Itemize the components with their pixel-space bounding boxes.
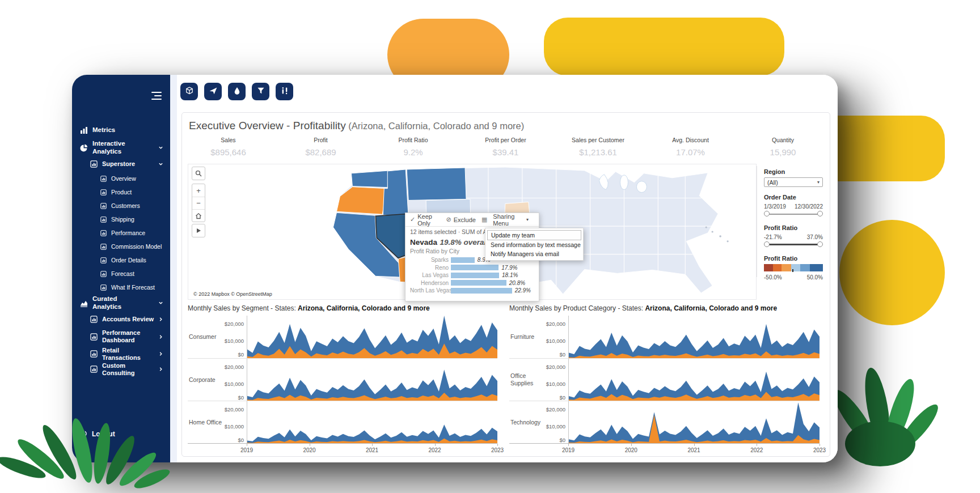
sidebar-item-shipping[interactable]: Shipping bbox=[72, 212, 170, 226]
exclude-button[interactable]: ⊘ Exclude bbox=[446, 216, 476, 223]
tooltip-bar-henderson[interactable]: Henderson20.8% bbox=[410, 279, 534, 287]
map-search-button[interactable] bbox=[192, 167, 205, 180]
chart-row-technology: Technology$20,000$10,000$0 bbox=[509, 401, 820, 443]
plot-area[interactable] bbox=[568, 316, 820, 358]
tooltip-bar-reno[interactable]: Reno17.9% bbox=[410, 264, 534, 272]
context-menu-item-notify-managers-via-email[interactable]: Notify Managers via email bbox=[487, 249, 581, 258]
tooltip-bar-las-vegas[interactable]: Las Vegas18.1% bbox=[410, 271, 534, 279]
pan-arrow-icon[interactable] bbox=[192, 224, 205, 237]
kpi-sales: Sales$895,646 bbox=[182, 137, 274, 157]
sidebar-item-forecast[interactable]: Forecast bbox=[72, 267, 170, 280]
plot-area[interactable] bbox=[568, 359, 820, 401]
row-label: Home Office bbox=[188, 401, 224, 443]
y-tick-label: $20,000 bbox=[225, 406, 244, 413]
y-tick-label: $0 bbox=[238, 394, 244, 401]
order-date-slider[interactable] bbox=[764, 211, 823, 218]
toolbar-button-cube[interactable] bbox=[180, 83, 198, 100]
y-axis-ticks: $20,000$10,000$0 bbox=[546, 316, 568, 358]
context-menu-item-update-my-team[interactable]: Update my team bbox=[487, 230, 581, 240]
sidebar-item-label: Performance Dashboard bbox=[102, 329, 157, 343]
chart-title-prefix: Monthly Sales by Product Category - Stat… bbox=[509, 304, 645, 312]
toolbar-button-send[interactable] bbox=[204, 83, 222, 100]
cube-icon bbox=[185, 86, 194, 97]
chevron-down-icon bbox=[158, 300, 163, 305]
slider-handle-left[interactable] bbox=[764, 241, 770, 247]
area-series-sales[interactable] bbox=[569, 372, 820, 401]
sidebar-item-accounts-review[interactable]: Accounts Review bbox=[72, 312, 170, 327]
toolbar-button-filter[interactable] bbox=[252, 83, 269, 100]
columns-icon bbox=[280, 86, 289, 97]
main-content: Executive Overview - Profitability (Ariz… bbox=[170, 75, 838, 462]
sharing-context-menu: Update my teamSend information by text m… bbox=[485, 228, 584, 261]
chevron-down-icon bbox=[158, 162, 163, 167]
sidebar-item-interactive-analytics[interactable]: Interactive Analytics bbox=[72, 139, 170, 156]
kpi-value: 15,990 bbox=[737, 147, 829, 157]
zoom-out-button[interactable]: − bbox=[192, 197, 205, 209]
context-menu-item-send-information-by-text-message[interactable]: Send information by text message bbox=[487, 240, 581, 249]
area-series-sales[interactable] bbox=[247, 369, 497, 401]
kpi-quantity: Quantity15,990 bbox=[737, 137, 829, 157]
region-select[interactable]: (All) ▾ bbox=[764, 177, 823, 187]
hamburger-menu-icon[interactable] bbox=[151, 92, 162, 100]
keep-only-button[interactable]: ✓ Keep Only bbox=[410, 213, 441, 227]
profit-ratio-min: -21.7% bbox=[764, 234, 782, 240]
sidebar-item-commission-model[interactable]: Commission Model bbox=[72, 240, 170, 253]
zoom-in-button[interactable]: + bbox=[192, 184, 205, 197]
search-icon[interactable] bbox=[192, 167, 205, 180]
x-axis-tick bbox=[372, 444, 373, 446]
sidebar-item-order-details[interactable]: Order Details bbox=[72, 253, 170, 267]
slider-handle-left[interactable] bbox=[764, 211, 770, 216]
zoom-home-button[interactable] bbox=[192, 209, 205, 222]
plot-area[interactable] bbox=[247, 316, 497, 358]
map-pan-control[interactable] bbox=[192, 224, 205, 237]
map-attribution: © 2022 Mapbox © OpenStreetMap bbox=[192, 291, 274, 297]
plot-area[interactable] bbox=[568, 401, 820, 443]
bar-city-label: Reno bbox=[410, 265, 451, 271]
sidebar-item-performance-dashboard[interactable]: Performance Dashboard bbox=[72, 327, 170, 346]
slider-handle-right[interactable] bbox=[817, 241, 823, 247]
toolbar-button-droplet[interactable] bbox=[228, 83, 246, 100]
boxchart-chart-icon bbox=[90, 316, 98, 323]
sharing-menu-button[interactable]: Sharing Menu ▾ bbox=[493, 213, 529, 227]
sidebar-item-customers[interactable]: Customers bbox=[72, 199, 170, 212]
plot-area[interactable] bbox=[247, 401, 497, 443]
chart-title-states: Arizona, California, Colorado and 9 more bbox=[645, 304, 777, 312]
profit-ratio-slider[interactable] bbox=[764, 241, 823, 248]
sidebar-item-what-if-forecast[interactable]: What If Forecast bbox=[72, 280, 170, 294]
map-panel[interactable]: + − © 2022 Mapbox © OpenStreetMap bbox=[188, 164, 757, 300]
sidebar-item-label: Accounts Review bbox=[102, 316, 154, 323]
sidebar-item-retail-transactions[interactable]: Retail Transactions bbox=[72, 346, 170, 362]
y-tick-label: $10,000 bbox=[546, 423, 565, 430]
sidebar-item-label: Customers bbox=[111, 202, 140, 209]
sidebar-item-custom-consulting[interactable]: Custom Consulting bbox=[72, 362, 170, 377]
boxchart-chart-icon bbox=[90, 366, 98, 373]
sidebar-item-overview[interactable]: Overview bbox=[72, 172, 170, 185]
decor-yellow-circle bbox=[839, 220, 945, 325]
area-series-sales[interactable] bbox=[569, 324, 820, 358]
kpi-sales-per-customer: Sales per Customer$1,213.61 bbox=[552, 137, 644, 157]
bar-city-label: North Las Vegas bbox=[410, 287, 451, 294]
x-axis-label: 2021 bbox=[366, 447, 378, 453]
legend-min: -50.0% bbox=[764, 274, 782, 280]
bar bbox=[451, 280, 506, 286]
sidebar-item-label: Performance bbox=[111, 230, 145, 236]
sidebar-item-curated-analytics[interactable]: Curated Analytics bbox=[72, 294, 170, 312]
bar-value-label: 20.8% bbox=[509, 280, 525, 286]
bar bbox=[451, 257, 475, 263]
state-washington bbox=[351, 171, 390, 188]
area-series-sales[interactable] bbox=[247, 316, 497, 358]
dashboard-subtitle: (Arizona, California, Colorado and 9 mor… bbox=[346, 121, 525, 131]
sidebar-item-product[interactable]: Product bbox=[72, 185, 170, 199]
tooltip-bar-north-las-vegas[interactable]: North Las Vegas22.9% bbox=[410, 287, 534, 295]
area-series-sales[interactable] bbox=[569, 402, 820, 443]
boxchart-chart-icon bbox=[90, 160, 98, 168]
slider-handle-right[interactable] bbox=[817, 211, 823, 216]
area-series-sales[interactable] bbox=[247, 424, 497, 443]
sidebar-item-performance[interactable]: Performance bbox=[72, 226, 170, 240]
view-data-grid-icon[interactable]: ▦ bbox=[481, 216, 487, 223]
sidebar-item-superstore[interactable]: Superstore bbox=[72, 156, 170, 172]
plot-area[interactable] bbox=[247, 359, 497, 401]
sidebar-item-metrics[interactable]: Metrics bbox=[72, 121, 170, 139]
profit-ratio-filter-label: Profit Ratio bbox=[764, 224, 830, 231]
toolbar-button-columns[interactable] bbox=[276, 83, 293, 100]
